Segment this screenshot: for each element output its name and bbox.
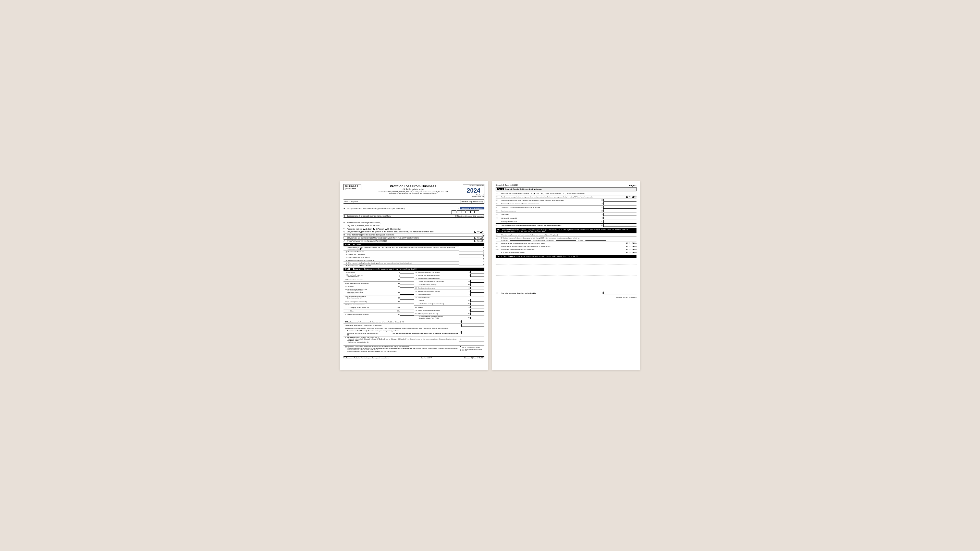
stat-emp-checkbox[interactable] [360, 248, 362, 250]
accrual-checkbox[interactable] [373, 228, 375, 230]
part5-entry-4[interactable] [496, 268, 566, 272]
row-A-label: A [344, 207, 347, 209]
line-35: 35 Inventory at beginning of year. If di… [496, 198, 636, 202]
exp-line-20b: b Other business property 20b [414, 283, 485, 286]
33a-cb[interactable] [533, 193, 535, 194]
line-46: 46 Do you (or your spouse) have another … [496, 245, 636, 248]
field-5: 5 [459, 257, 484, 260]
exp-line-17: 17 Legal and professional services 17 [344, 313, 414, 316]
part5-entry-9[interactable] [566, 265, 637, 268]
32b-checkbox[interactable] [460, 349, 461, 351]
part5-entry-6[interactable] [496, 275, 566, 279]
part5-title: Other Expenses. List below business expe… [503, 256, 578, 257]
ssn-label: Social security number (SSN) [460, 200, 484, 203]
line-29: 29 Tentative profit or (loss). Subtract … [344, 324, 484, 327]
part5-entry-3[interactable] [496, 265, 566, 268]
exp-line-10: 10 Commissions and fees 10 [344, 278, 414, 282]
omb-number: OMB No. 1545-0074 [463, 185, 484, 186]
row-E-text: Business address (including suite or roo… [347, 222, 484, 224]
exp-line-23: 23 Taxes and licenses 23 [414, 293, 485, 297]
footer-cat: Cat. No. 11334P [421, 357, 432, 359]
34-yes-cb[interactable] [626, 196, 628, 198]
exp-line-22: 22 Supplies (not included in Part III) 2… [414, 290, 485, 293]
line-36: 36 Purchases less cost of items withdraw… [496, 202, 636, 205]
schedule-box: SCHEDULE C (Form 1040) [344, 184, 361, 190]
g-yes-checkbox[interactable] [474, 231, 476, 233]
exp-line-9: 9 Car and truck expenses(see instruction… [344, 274, 414, 278]
part5-entry-7[interactable] [566, 258, 637, 261]
line-32: 32 If you have a loss, check the box tha… [344, 346, 484, 356]
line-30: 30 Expenses for business use of your hom… [344, 327, 484, 337]
33b-cb[interactable] [542, 193, 544, 194]
line-45: 45 Was your vehicle available for person… [496, 241, 636, 245]
field-1: 1 [459, 246, 484, 249]
line-47a: 47a Do you have evidence to support your… [496, 248, 636, 251]
part5-header: Part V Other Expenses. List below busine… [496, 255, 636, 258]
46-no-cb[interactable] [632, 246, 634, 247]
part5-entry-12[interactable] [566, 275, 637, 279]
h-checkbox[interactable] [483, 234, 484, 236]
part3-header: Part III Cost of Goods Sold (see instruc… [496, 187, 636, 191]
other-checkbox[interactable] [385, 228, 387, 230]
part5-entry-11[interactable] [566, 272, 637, 275]
line-44: 44 Of the total number of miles you drov… [496, 237, 636, 241]
row-G-label: G [344, 231, 347, 233]
line-1-num: 1 [344, 248, 347, 249]
part1-title: Income [353, 243, 361, 246]
cash-checkbox[interactable] [363, 228, 365, 230]
47b-no-cb[interactable] [632, 252, 634, 253]
line-33: 33 Method(s) used to value closing inven… [496, 192, 636, 195]
32a-checkbox[interactable] [460, 346, 461, 348]
i-yes-checkbox[interactable] [474, 237, 476, 239]
part5-entry-8[interactable] [566, 261, 637, 265]
row-E-sub-field: City, town or post office, state, and ZI… [344, 224, 484, 227]
footer-notice: For Paperwork Reduction Act Notice, see … [344, 357, 389, 359]
45-yes-cb[interactable] [626, 243, 628, 244]
line-41: 41 Inventory at end of year 41 [496, 220, 636, 223]
enter-code-field[interactable]: Enter code from instructions [460, 207, 484, 210]
33c-cb[interactable] [565, 193, 566, 194]
part4-title: Information on Your Vehicle. Complete th… [502, 229, 635, 232]
row-A: A Principal business or profession, incl… [344, 206, 484, 210]
bottom-lines: 28 Total expenses before expenses for bu… [344, 320, 484, 356]
part5-entry-2[interactable] [496, 261, 566, 265]
i-no-checkbox[interactable] [480, 237, 482, 239]
form-main-title: Profit or Loss From Business [363, 184, 463, 188]
row-A-field-row [344, 210, 484, 214]
j-no-checkbox[interactable] [480, 240, 482, 242]
row-C-label: C [344, 215, 347, 217]
47b-yes-cb[interactable] [626, 252, 628, 253]
lines-35-42: 35 Inventory at beginning of year. If di… [496, 198, 636, 227]
part5-entry-10[interactable] [566, 268, 637, 272]
46-yes-cb[interactable] [626, 246, 628, 247]
part5-entry-5[interactable] [496, 272, 566, 275]
exp-line-16: 16 Interest (see instructions): [344, 303, 414, 306]
line-34: 34 Was there any change in determining q… [496, 195, 636, 198]
47a-yes-cb[interactable] [626, 249, 628, 250]
j-yes-checkbox[interactable] [474, 240, 476, 242]
part3-title: Cost of Goods Sold (see instructions) [505, 188, 542, 190]
exp-line-8: 8 Advertising 8 [344, 271, 414, 274]
part5-label: Part V [496, 256, 502, 257]
45-no-cb[interactable] [632, 243, 634, 244]
47a-no-cb[interactable] [632, 249, 634, 250]
line-1-desc: Gross receipts or sales. See instruction… [347, 247, 459, 250]
g-no-checkbox[interactable] [480, 231, 482, 233]
instructions-line2: Go to www.irs.gov/ScheduleC for instruct… [363, 192, 463, 194]
part5-entry-1[interactable] [496, 258, 566, 261]
34-no-cb[interactable] [632, 196, 634, 198]
exp-line-16b: b Other 16b [344, 310, 414, 313]
line-6-row: 6 Other income, including federal and st… [344, 262, 459, 264]
row-I-text: Did you make any payments in 2024 that w… [347, 237, 474, 239]
part2-label: Part II [345, 268, 351, 270]
accrual-label: (2) [375, 228, 378, 230]
exp-line-13: 13 Depreciation and section 179expense d… [344, 288, 414, 295]
part2-title: Expenses. [353, 268, 363, 270]
page2-top: Schedule C (Form 1040) 2024 Page 2 [496, 184, 636, 187]
line-5-row: 5 Gross profit. Subtract line 4 from lin… [344, 259, 459, 262]
row-F-text: Accounting method: (1) Cash (2) Accrual … [347, 228, 484, 230]
exp-line-24a: a Travel 24a [414, 299, 485, 302]
row-C: C Business name. If no separate business… [344, 214, 484, 218]
form-title: Profit or Loss From Business (Sole Propr… [363, 184, 463, 191]
expenses-grid: 8 Advertising 8 9 Car and truck expenses… [344, 270, 484, 320]
